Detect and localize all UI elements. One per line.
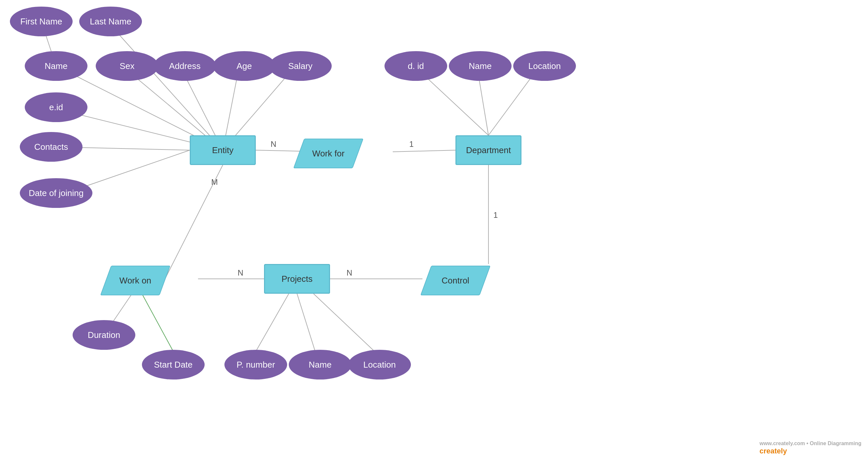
svg-text:1: 1: [409, 140, 413, 149]
entity-rectangle: Entity: [190, 135, 256, 165]
age-ellipse: Age: [213, 51, 276, 81]
svg-line-1: [107, 22, 223, 150]
duration-ellipse: Duration: [72, 320, 135, 350]
svg-line-22: [297, 294, 315, 351]
work-for-diamond: Work for: [296, 137, 362, 170]
department-rectangle: Department: [456, 135, 522, 165]
address-ellipse: Address: [153, 51, 216, 81]
d-id-ellipse: d. id: [384, 51, 447, 81]
svg-text:N: N: [271, 140, 276, 149]
watermark: www.creately.com • Online Diagramming cr…: [760, 440, 861, 455]
svg-line-21: [256, 294, 289, 351]
last-name-ellipse: Last Name: [79, 7, 142, 36]
work-on-diamond: Work on: [102, 264, 168, 297]
name-proj-ellipse: Name: [289, 350, 351, 379]
svg-line-23: [313, 294, 375, 351]
date-joining-ellipse: Date of joining: [20, 178, 92, 208]
location-dept-ellipse: Location: [513, 51, 576, 81]
svg-text:1: 1: [493, 211, 498, 219]
svg-text:M: M: [211, 178, 218, 186]
projects-rectangle: Projects: [264, 264, 330, 294]
svg-line-15: [165, 165, 223, 279]
location-proj-ellipse: Location: [348, 350, 411, 379]
salary-ellipse: Salary: [269, 51, 332, 81]
diagram-container: N 1 M N N 1 First Name Last Name Name Se…: [0, 0, 868, 462]
first-name-ellipse: First Name: [10, 7, 72, 36]
contacts-ellipse: Contacts: [20, 132, 83, 162]
svg-line-20: [142, 294, 173, 351]
p-number-ellipse: P. number: [224, 350, 287, 379]
svg-line-11: [393, 150, 456, 152]
svg-text:N: N: [238, 268, 243, 277]
name-dept-ellipse: Name: [449, 51, 512, 81]
sex-ellipse: Sex: [96, 51, 158, 81]
name-left-ellipse: Name: [25, 51, 88, 81]
eid-ellipse: e.id: [25, 92, 88, 122]
control-diamond: Control: [423, 264, 489, 297]
start-date-ellipse: Start Date: [142, 350, 205, 379]
svg-text:N: N: [346, 268, 352, 277]
